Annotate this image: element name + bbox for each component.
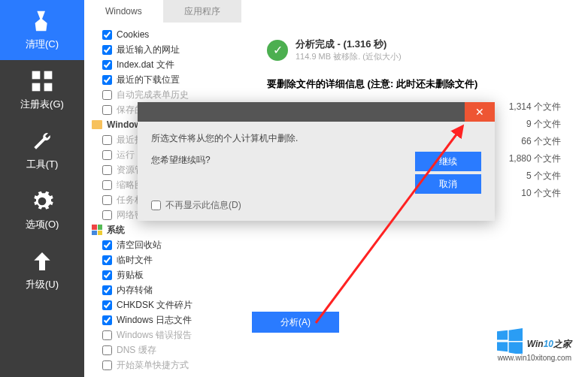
tree-item[interactable]: CHKDSK 文件碎片 [84, 297, 246, 312]
tree-checkbox[interactable] [102, 105, 112, 115]
tree-checkbox[interactable] [102, 255, 112, 265]
tree-label: 开始菜单快捷方式 [117, 359, 189, 372]
tab-windows[interactable]: Windows [84, 0, 163, 23]
dialog-titlebar[interactable]: ✕ [138, 102, 495, 122]
tree-label: 自动完成表单历史 [117, 89, 189, 101]
tree-item[interactable]: Cookies [84, 27, 246, 42]
brand-url: www.win10xitong.com [497, 354, 571, 362]
tree-label: DNS 缓存 [117, 344, 156, 357]
tree-checkbox[interactable] [102, 300, 112, 310]
tree-item[interactable]: 最近的下载位置 [84, 72, 246, 87]
tree-checkbox[interactable] [102, 75, 112, 85]
dont-show-checkbox[interactable] [151, 201, 161, 210]
tree-checkbox[interactable] [102, 150, 112, 160]
tree-label: 清空回收站 [117, 239, 162, 252]
tree-checkbox[interactable] [102, 345, 112, 355]
status-title: 分析完成 - (1.316 秒) [296, 38, 402, 51]
table-title: 要删除文件的详细信息 (注意: 此时还未删除文件) [267, 77, 567, 91]
svg-rect-1 [44, 71, 53, 80]
tree-label: CHKDSK 文件碎片 [117, 299, 192, 312]
tree-item[interactable]: 自动完成表单历史 [84, 87, 246, 102]
dont-show-label: 不再显示此信息(D) [165, 199, 241, 212]
analyze-button[interactable]: 分析(A) [252, 312, 339, 333]
tree-label: Cookies [117, 29, 149, 40]
tree-checkbox[interactable] [102, 285, 112, 295]
confirm-dialog: ✕ 所选文件将从您的个人计算机中删除. 您希望继续吗? 继续 取消 不再显示此信… [138, 102, 495, 221]
close-icon[interactable]: ✕ [465, 102, 495, 122]
svg-rect-2 [32, 83, 41, 92]
folder-icon [92, 120, 102, 129]
tab-apps[interactable]: 应用程序 [163, 0, 241, 23]
tree-label: 内存转储 [117, 284, 153, 297]
watermark: Win10之家 www.win10xitong.com [497, 328, 571, 362]
windows-icon [92, 225, 102, 235]
tree-label: Windows 日志文件 [117, 314, 192, 327]
tree-item[interactable]: 清空回收站 [84, 237, 246, 252]
nav-label: 升级(U) [26, 278, 59, 291]
tree-checkbox[interactable] [102, 90, 112, 100]
nav-upgrade[interactable]: 升级(U) [0, 240, 84, 300]
brand-10: 10 [544, 339, 553, 349]
tree-checkbox[interactable] [102, 240, 112, 250]
svg-rect-3 [44, 83, 53, 92]
tree-label: 临时文件 [117, 254, 153, 267]
status-subtitle: 114.9 MB 被移除. (近似大小) [296, 51, 402, 62]
group-label: 系统 [107, 224, 125, 237]
sidebar: 清理(C) 注册表(G) 工具(T) 选项(O) 升级(U) [0, 0, 84, 377]
tree-item[interactable]: 临时文件 [84, 252, 246, 267]
gear-icon [30, 189, 54, 213]
dont-show-again[interactable]: 不再显示此信息(D) [151, 199, 241, 212]
continue-button[interactable]: 继续 [415, 152, 481, 171]
tree-checkbox[interactable] [102, 45, 112, 55]
tree-item[interactable]: Windows 错误报告 [84, 327, 246, 342]
check-icon: ✓ [267, 40, 288, 61]
cancel-button[interactable]: 取消 [415, 174, 481, 194]
nav-tools[interactable]: 工具(T) [0, 120, 84, 180]
nav-label: 工具(T) [26, 158, 59, 171]
tree-item[interactable]: 最近输入的网址 [84, 42, 246, 57]
tree-group[interactable]: 系统 [84, 222, 246, 237]
tree-label: Windows 错误报告 [117, 329, 192, 342]
tree-label: Index.dat 文件 [117, 59, 174, 71]
tree-checkbox[interactable] [102, 165, 112, 175]
dialog-text-1: 所选文件将从您的个人计算机中删除. [151, 132, 481, 145]
nav-registry[interactable]: 注册表(G) [0, 60, 84, 120]
tree-checkbox[interactable] [102, 360, 112, 370]
tree-checkbox[interactable] [102, 315, 112, 325]
nav-clean[interactable]: 清理(C) [0, 0, 84, 60]
tree-label: 剪贴板 [117, 269, 144, 282]
tree-item[interactable]: Windows 日志文件 [84, 312, 246, 327]
wrench-icon [30, 129, 54, 153]
tree-item[interactable]: 开始菜单快捷方式 [84, 357, 246, 372]
nav-label: 选项(O) [26, 218, 59, 231]
brand-home: 之家 [553, 339, 571, 349]
tree-checkbox[interactable] [102, 210, 112, 220]
brand-win: Win [527, 339, 544, 349]
tab-bar: Windows 应用程序 [84, 0, 241, 23]
windows-logo-icon [497, 328, 523, 354]
nav-options[interactable]: 选项(O) [0, 180, 84, 240]
tree-checkbox[interactable] [102, 180, 112, 190]
svg-rect-0 [32, 71, 41, 80]
tree-checkbox[interactable] [102, 135, 112, 145]
status-row: ✓ 分析完成 - (1.316 秒) 114.9 MB 被移除. (近似大小) [267, 38, 567, 62]
nav-label: 注册表(G) [20, 98, 64, 111]
tree-checkbox[interactable] [102, 60, 112, 70]
tree-label: 最近的下载位置 [117, 74, 180, 86]
nav-label: 清理(C) [26, 38, 59, 51]
tree-item[interactable]: DNS 缓存 [84, 342, 246, 357]
tree-checkbox[interactable] [102, 270, 112, 280]
tree-checkbox[interactable] [102, 30, 112, 40]
tree-item[interactable]: 剪贴板 [84, 267, 246, 282]
tree-checkbox[interactable] [102, 195, 112, 205]
arrow-up-icon [30, 249, 54, 273]
tree-label: 运行 ( [117, 149, 140, 161]
tree-label: 最近输入的网址 [117, 44, 180, 56]
grid-icon [30, 69, 54, 93]
tree-item[interactable]: 内存转储 [84, 282, 246, 297]
tree-checkbox[interactable] [102, 330, 112, 340]
brush-icon [30, 9, 54, 33]
tree-item[interactable]: Index.dat 文件 [84, 57, 246, 72]
